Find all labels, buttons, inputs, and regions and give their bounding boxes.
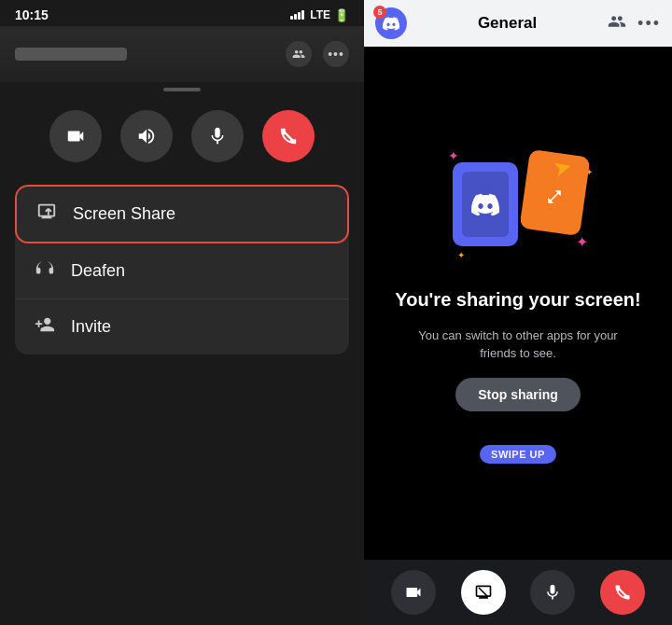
mic-button[interactable] [191, 110, 244, 162]
menu-panel: Screen Share Deafen Invite [15, 185, 349, 354]
channel-title: General [414, 14, 600, 33]
notification-badge: 5 [373, 6, 386, 19]
discord-camera-button[interactable] [391, 570, 436, 615]
status-bar: 10:15 LTE 🔋 [0, 0, 364, 26]
camera-button[interactable] [49, 110, 102, 162]
headphones-icon [34, 258, 56, 284]
discord-header: 5 General ••• [364, 0, 672, 47]
scroll-indicator [163, 88, 201, 91]
discord-bottom-controls [364, 560, 672, 625]
sparkle-4: ✦ [457, 250, 465, 260]
speaker-button[interactable] [120, 110, 173, 162]
discord-mic-button[interactable] [530, 570, 575, 615]
participants-icon[interactable] [286, 41, 312, 67]
deafen-item[interactable]: Deafen [15, 243, 349, 299]
discord-avatar: 5 [375, 7, 407, 39]
screen-share-icon [35, 201, 58, 227]
swipe-up-badge: SWIPE UP [480, 445, 556, 464]
status-indicators: LTE 🔋 [290, 8, 349, 22]
discord-main: ✦ ✦ ➤ ✦ ✦ [364, 47, 672, 560]
signal-icon [290, 10, 304, 20]
discord-screen-button[interactable] [461, 570, 506, 615]
more-options-icon-right[interactable]: ••• [637, 14, 661, 34]
sparkle-3: ✦ [576, 233, 588, 251]
time-display: 10:15 [15, 7, 49, 22]
left-panel: 10:15 LTE 🔋 ••• [0, 0, 364, 625]
discord-logo-phone [462, 172, 509, 237]
call-controls [0, 99, 364, 177]
end-call-button[interactable] [262, 110, 315, 162]
sparkle-1: ✦ [448, 148, 459, 163]
right-panel: 5 General ••• ✦ ✦ [364, 0, 672, 625]
screen-share-label: Screen Share [73, 204, 175, 224]
sharing-illustration: ✦ ✦ ➤ ✦ ✦ [443, 144, 593, 265]
deafen-label: Deafen [71, 261, 125, 281]
phone-blue [453, 162, 518, 246]
participants-icon-right[interactable] [608, 12, 626, 35]
discord-end-call-button[interactable] [600, 570, 645, 615]
screen-share-item[interactable]: Screen Share [17, 187, 347, 242]
more-options-icon[interactable]: ••• [323, 41, 349, 67]
invite-icon [34, 314, 56, 340]
invite-label: Invite [71, 317, 111, 337]
sharing-subtitle: You can switch to other apps for your fr… [415, 326, 621, 363]
invite-item[interactable]: Invite [15, 299, 349, 354]
blurred-title [15, 48, 127, 61]
app-header: ••• [0, 26, 364, 82]
header-icons: ••• [286, 41, 349, 67]
sharing-title: You're sharing your screen! [395, 287, 640, 312]
stop-sharing-button[interactable]: Stop sharing [455, 378, 581, 411]
screen-share-highlighted: Screen Share [15, 185, 349, 243]
battery-icon: 🔋 [334, 8, 349, 22]
network-type: LTE [310, 8, 330, 21]
header-actions: ••• [608, 12, 661, 35]
